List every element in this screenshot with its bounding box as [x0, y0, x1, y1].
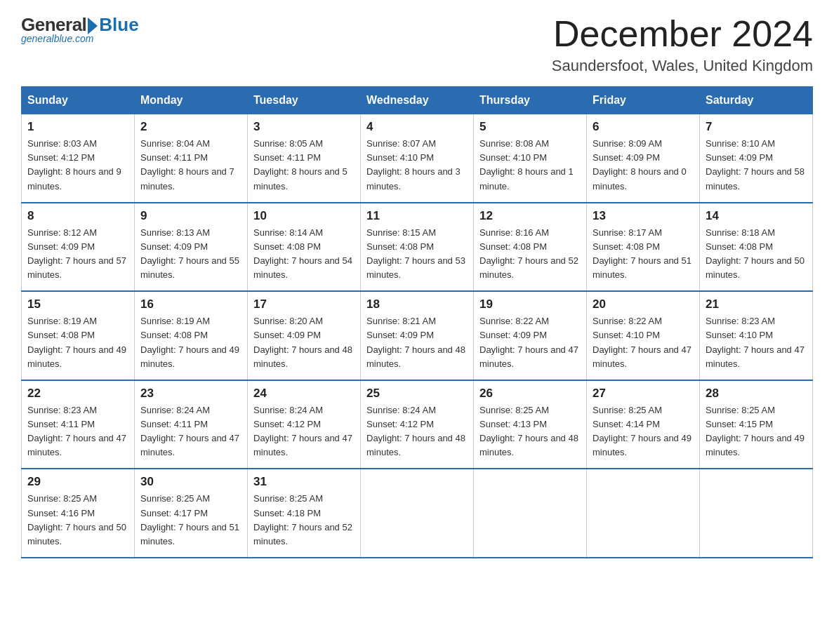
calendar-cell [700, 469, 813, 558]
day-info: Sunrise: 8:05 AMSunset: 4:11 PMDaylight:… [253, 137, 355, 194]
calendar-cell: 7Sunrise: 8:10 AMSunset: 4:09 PMDaylight… [700, 114, 813, 203]
calendar-cell: 2Sunrise: 8:04 AMSunset: 4:11 PMDaylight… [135, 114, 248, 203]
calendar-cell: 29Sunrise: 8:25 AMSunset: 4:16 PMDayligh… [22, 469, 135, 558]
day-info: Sunrise: 8:22 AMSunset: 4:10 PMDaylight:… [593, 314, 694, 371]
calendar-cell: 16Sunrise: 8:19 AMSunset: 4:08 PMDayligh… [135, 291, 248, 380]
day-number: 2 [140, 120, 241, 134]
day-number: 21 [706, 297, 807, 311]
header-saturday: Saturday [700, 87, 813, 114]
day-number: 3 [253, 120, 355, 134]
day-number: 13 [593, 209, 694, 223]
day-number: 25 [366, 387, 468, 401]
calendar-cell: 6Sunrise: 8:09 AMSunset: 4:09 PMDaylight… [587, 114, 700, 203]
day-number: 22 [27, 387, 128, 401]
day-info: Sunrise: 8:22 AMSunset: 4:09 PMDaylight:… [479, 314, 581, 371]
day-number: 7 [706, 120, 807, 134]
day-info: Sunrise: 8:15 AMSunset: 4:08 PMDaylight:… [366, 226, 468, 283]
day-info: Sunrise: 8:24 AMSunset: 4:12 PMDaylight:… [253, 403, 355, 460]
day-number: 27 [593, 387, 694, 401]
month-title: December 2024 [552, 14, 813, 54]
logo-arrow-icon [88, 18, 98, 34]
calendar-week-1: 1Sunrise: 8:03 AMSunset: 4:12 PMDaylight… [22, 114, 813, 203]
calendar-cell: 10Sunrise: 8:14 AMSunset: 4:08 PMDayligh… [248, 203, 361, 292]
day-number: 23 [140, 387, 241, 401]
day-info: Sunrise: 8:25 AMSunset: 4:13 PMDaylight:… [479, 403, 581, 460]
calendar-cell: 13Sunrise: 8:17 AMSunset: 4:08 PMDayligh… [587, 203, 700, 292]
day-number: 1 [27, 120, 128, 134]
day-number: 29 [27, 475, 128, 489]
calendar-cell: 4Sunrise: 8:07 AMSunset: 4:10 PMDaylight… [361, 114, 474, 203]
calendar-cell: 26Sunrise: 8:25 AMSunset: 4:13 PMDayligh… [474, 380, 587, 469]
calendar-cell: 18Sunrise: 8:21 AMSunset: 4:09 PMDayligh… [361, 291, 474, 380]
day-number: 14 [706, 209, 807, 223]
day-number: 31 [253, 475, 355, 489]
calendar-cell: 17Sunrise: 8:20 AMSunset: 4:09 PMDayligh… [248, 291, 361, 380]
calendar-cell: 19Sunrise: 8:22 AMSunset: 4:09 PMDayligh… [474, 291, 587, 380]
day-info: Sunrise: 8:24 AMSunset: 4:11 PMDaylight:… [140, 403, 241, 460]
day-info: Sunrise: 8:20 AMSunset: 4:09 PMDaylight:… [253, 314, 355, 371]
calendar-cell: 12Sunrise: 8:16 AMSunset: 4:08 PMDayligh… [474, 203, 587, 292]
day-info: Sunrise: 8:12 AMSunset: 4:09 PMDaylight:… [27, 226, 128, 283]
header-thursday: Thursday [474, 87, 587, 114]
calendar-cell: 20Sunrise: 8:22 AMSunset: 4:10 PMDayligh… [587, 291, 700, 380]
calendar-cell [474, 469, 587, 558]
header-tuesday: Tuesday [248, 87, 361, 114]
calendar-week-4: 22Sunrise: 8:23 AMSunset: 4:11 PMDayligh… [22, 380, 813, 469]
day-number: 11 [366, 209, 468, 223]
day-info: Sunrise: 8:10 AMSunset: 4:09 PMDaylight:… [706, 137, 807, 194]
day-info: Sunrise: 8:08 AMSunset: 4:10 PMDaylight:… [479, 137, 581, 194]
day-info: Sunrise: 8:19 AMSunset: 4:08 PMDaylight:… [27, 314, 128, 371]
calendar-cell: 27Sunrise: 8:25 AMSunset: 4:14 PMDayligh… [587, 380, 700, 469]
calendar-cell: 30Sunrise: 8:25 AMSunset: 4:17 PMDayligh… [135, 469, 248, 558]
calendar-week-2: 8Sunrise: 8:12 AMSunset: 4:09 PMDaylight… [22, 203, 813, 292]
calendar-cell: 9Sunrise: 8:13 AMSunset: 4:09 PMDaylight… [135, 203, 248, 292]
day-info: Sunrise: 8:25 AMSunset: 4:16 PMDaylight:… [27, 492, 128, 549]
day-info: Sunrise: 8:16 AMSunset: 4:08 PMDaylight:… [479, 226, 581, 283]
day-number: 28 [706, 387, 807, 401]
day-info: Sunrise: 8:25 AMSunset: 4:17 PMDaylight:… [140, 492, 241, 549]
calendar-cell: 14Sunrise: 8:18 AMSunset: 4:08 PMDayligh… [700, 203, 813, 292]
logo-subtitle: generalblue.com [21, 33, 94, 44]
day-info: Sunrise: 8:25 AMSunset: 4:18 PMDaylight:… [253, 492, 355, 549]
day-number: 18 [366, 297, 468, 311]
logo: General Blue generalblue.com [21, 14, 139, 44]
day-number: 20 [593, 297, 694, 311]
day-number: 17 [253, 297, 355, 311]
day-number: 24 [253, 387, 355, 401]
day-info: Sunrise: 8:24 AMSunset: 4:12 PMDaylight:… [366, 403, 468, 460]
calendar-week-3: 15Sunrise: 8:19 AMSunset: 4:08 PMDayligh… [22, 291, 813, 380]
calendar-cell: 31Sunrise: 8:25 AMSunset: 4:18 PMDayligh… [248, 469, 361, 558]
day-number: 19 [479, 297, 581, 311]
day-info: Sunrise: 8:25 AMSunset: 4:14 PMDaylight:… [593, 403, 694, 460]
calendar-cell: 5Sunrise: 8:08 AMSunset: 4:10 PMDaylight… [474, 114, 587, 203]
calendar-cell [587, 469, 700, 558]
day-number: 30 [140, 475, 241, 489]
header-friday: Friday [587, 87, 700, 114]
day-info: Sunrise: 8:04 AMSunset: 4:11 PMDaylight:… [140, 137, 241, 194]
day-number: 16 [140, 297, 241, 311]
calendar-cell: 3Sunrise: 8:05 AMSunset: 4:11 PMDaylight… [248, 114, 361, 203]
day-number: 8 [27, 209, 128, 223]
day-info: Sunrise: 8:21 AMSunset: 4:09 PMDaylight:… [366, 314, 468, 371]
day-info: Sunrise: 8:18 AMSunset: 4:08 PMDaylight:… [706, 226, 807, 283]
calendar-cell: 22Sunrise: 8:23 AMSunset: 4:11 PMDayligh… [22, 380, 135, 469]
calendar-cell: 15Sunrise: 8:19 AMSunset: 4:08 PMDayligh… [22, 291, 135, 380]
day-number: 15 [27, 297, 128, 311]
day-number: 10 [253, 209, 355, 223]
calendar-cell: 21Sunrise: 8:23 AMSunset: 4:10 PMDayligh… [700, 291, 813, 380]
day-number: 4 [366, 120, 468, 134]
calendar-table: Sunday Monday Tuesday Wednesday Thursday… [21, 86, 813, 558]
day-info: Sunrise: 8:19 AMSunset: 4:08 PMDaylight:… [140, 314, 241, 371]
day-info: Sunrise: 8:23 AMSunset: 4:10 PMDaylight:… [706, 314, 807, 371]
day-number: 5 [479, 120, 581, 134]
day-number: 9 [140, 209, 241, 223]
calendar-cell: 23Sunrise: 8:24 AMSunset: 4:11 PMDayligh… [135, 380, 248, 469]
header-monday: Monday [135, 87, 248, 114]
calendar-week-5: 29Sunrise: 8:25 AMSunset: 4:16 PMDayligh… [22, 469, 813, 558]
header-wednesday: Wednesday [361, 87, 474, 114]
title-section: December 2024 Saundersfoot, Wales, Unite… [552, 14, 813, 75]
calendar-cell: 25Sunrise: 8:24 AMSunset: 4:12 PMDayligh… [361, 380, 474, 469]
day-info: Sunrise: 8:13 AMSunset: 4:09 PMDaylight:… [140, 226, 241, 283]
day-info: Sunrise: 8:09 AMSunset: 4:09 PMDaylight:… [593, 137, 694, 194]
calendar-cell: 1Sunrise: 8:03 AMSunset: 4:12 PMDaylight… [22, 114, 135, 203]
